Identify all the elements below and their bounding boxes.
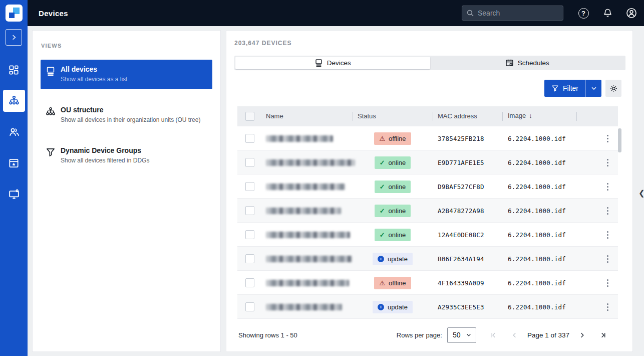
view-item-description: Show all devices as a list <box>61 76 127 83</box>
view-item-ou-structure[interactable]: OU structure Show all devices in their o… <box>41 100 212 130</box>
image-version: 6.2204.1000.idf <box>508 135 566 142</box>
kebab-menu-icon <box>607 279 608 287</box>
kebab-menu-icon <box>607 183 608 191</box>
collapse-panel-chevron-icon[interactable]: ❮ <box>638 189 643 198</box>
kebab-menu-icon <box>607 135 608 142</box>
table-row[interactable]: ⚠ offline 3785425FB218 6.2204.1000.idf <box>237 126 618 150</box>
views-panel: VIEWS All devices Show all devices as a … <box>32 30 221 352</box>
device-name-redacted <box>266 208 341 214</box>
status-badge: ✓ online <box>375 181 411 193</box>
table-row[interactable]: ✓ online E9D771AFE1E5 6.2204.1000.idf <box>237 150 618 174</box>
device-name-redacted <box>266 304 342 310</box>
row-checkbox[interactable] <box>245 182 254 191</box>
rows-per-page-select[interactable]: 50 <box>447 327 476 343</box>
table-row[interactable]: i update A2935C3EE5E3 6.2204.1000.idf <box>237 295 618 319</box>
tab-devices[interactable]: Devices <box>235 57 430 69</box>
view-item-description: Show all devices filtered in DDGs <box>61 157 149 164</box>
view-item-label: All devices <box>61 65 127 73</box>
image-version: 6.2204.1000.idf <box>508 183 566 191</box>
devices-table: Name Status MAC address Image ↓ ⚠ offlin… <box>237 106 618 319</box>
row-checkbox[interactable] <box>245 158 254 167</box>
table-row[interactable]: i update B06F2634A194 6.2204.1000.idf <box>237 247 618 271</box>
row-checkbox[interactable] <box>245 278 254 287</box>
view-item-dynamic-device-groups[interactable]: Dynamic Device Groups Show all devices f… <box>41 141 212 170</box>
column-header-name[interactable]: Name <box>266 112 283 120</box>
image-version: 6.2204.1000.idf <box>508 303 566 311</box>
row-menu-button[interactable] <box>597 223 618 247</box>
notifications-button[interactable] <box>601 7 614 20</box>
device-name-redacted <box>266 159 355 166</box>
mac-address: E9D771AFE1E5 <box>438 159 484 166</box>
row-menu-button[interactable] <box>597 271 618 295</box>
global-search[interactable] <box>462 6 563 21</box>
column-header-status[interactable]: Status <box>358 112 376 120</box>
kebab-menu-icon <box>607 303 608 311</box>
mac-address: 4F164339A0D9 <box>438 279 484 287</box>
chevron-right-icon <box>10 34 18 41</box>
logo-icon <box>6 5 23 22</box>
row-menu-button[interactable] <box>597 174 618 199</box>
window-star-icon <box>9 158 19 168</box>
status-icon: i <box>378 304 384 310</box>
app-logo[interactable] <box>0 0 28 26</box>
status-badge: i update <box>373 253 413 265</box>
view-item-all-devices[interactable]: All devices Show all devices as a list <box>41 60 212 89</box>
user-avatar-icon <box>626 8 637 19</box>
table-header-row: Name Status MAC address Image ↓ <box>237 106 618 126</box>
row-menu-button[interactable] <box>597 126 618 150</box>
expand-sidebar-button[interactable] <box>6 29 22 46</box>
column-header-image[interactable]: Image ↓ <box>508 112 532 119</box>
nav-rail <box>0 26 28 356</box>
row-menu-button[interactable] <box>597 247 618 271</box>
filter-button-label: Filter <box>563 84 578 92</box>
filter-button[interactable]: Filter <box>544 80 585 97</box>
row-menu-button[interactable] <box>597 295 618 319</box>
org-tree-icon <box>9 95 20 106</box>
rail-item-users[interactable] <box>3 121 25 143</box>
sort-desc-icon: ↓ <box>529 112 532 119</box>
rail-item-apps[interactable] <box>3 152 25 174</box>
funnel-icon <box>551 85 559 92</box>
previous-page-button[interactable] <box>508 328 521 341</box>
status-icon: ⚠ <box>379 280 385 286</box>
filter-dropdown-button[interactable] <box>585 80 601 97</box>
row-checkbox[interactable] <box>245 134 254 143</box>
view-item-description: Show all devices in their organization u… <box>61 116 200 123</box>
table-row[interactable]: ✓ online D9BAF527CF8D 6.2204.1000.idf <box>237 174 618 199</box>
last-page-button[interactable] <box>596 328 609 341</box>
image-version: 6.2204.1000.idf <box>508 255 566 263</box>
first-page-button[interactable] <box>487 328 500 341</box>
tab-schedules[interactable]: Schedules <box>430 57 625 69</box>
status-badge: ✓ online <box>375 156 411 169</box>
mac-address: D9BAF527CF8D <box>438 183 484 191</box>
rail-item-device-tree[interactable] <box>3 90 25 112</box>
rail-item-dashboard[interactable] <box>3 59 25 81</box>
table-row[interactable]: ✓ online 12A4E0DE08C2 6.2204.1000.idf <box>237 223 618 247</box>
row-menu-button[interactable] <box>597 199 618 223</box>
table-settings-button[interactable] <box>605 80 621 97</box>
row-checkbox[interactable] <box>245 254 254 263</box>
tab-bar: Devices Schedules <box>234 56 625 70</box>
search-input[interactable] <box>478 9 558 17</box>
vertical-scrollbar[interactable] <box>618 128 621 152</box>
status-badge: ✓ online <box>375 205 411 217</box>
chevron-down-icon <box>590 85 597 92</box>
table-row[interactable]: ⚠ offline 4F164339A0D9 6.2204.1000.idf <box>237 271 618 295</box>
column-header-mac[interactable]: MAC address <box>438 112 477 120</box>
rail-item-device-config[interactable] <box>3 183 25 205</box>
account-button[interactable] <box>625 7 638 20</box>
row-checkbox[interactable] <box>245 302 254 311</box>
page-indicator: Page 1 of 337 <box>527 331 569 339</box>
row-checkbox[interactable] <box>245 206 254 215</box>
status-icon: ✓ <box>380 159 385 166</box>
views-panel-title: VIEWS <box>41 43 220 49</box>
row-menu-button[interactable] <box>597 150 618 174</box>
mac-address: 12A4E0DE08C2 <box>438 231 484 239</box>
next-page-button[interactable] <box>575 328 588 341</box>
status-badge: ⚠ offline <box>374 132 411 145</box>
kebab-menu-icon <box>607 207 608 215</box>
row-checkbox[interactable] <box>245 230 254 239</box>
table-row[interactable]: ✓ online A2B478272A98 6.2204.1000.idf <box>237 199 618 223</box>
select-all-checkbox[interactable] <box>245 112 254 121</box>
help-button[interactable]: ? <box>577 7 590 20</box>
